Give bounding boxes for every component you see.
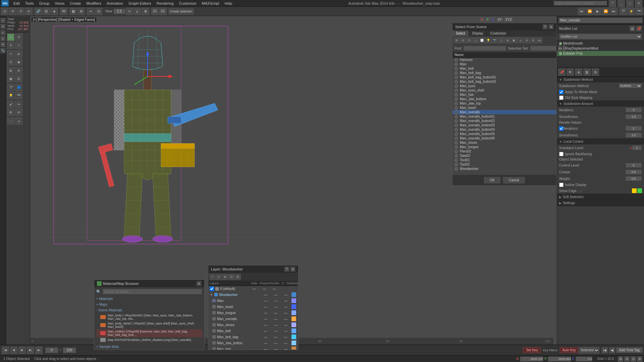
subobject-input[interactable]: [632, 145, 642, 150]
anim-extra2[interactable]: ◀|: [609, 347, 615, 353]
layer-settings-btn[interactable]: ⚙: [235, 274, 241, 280]
render-tool[interactable]: 🎬: [7, 84, 14, 91]
render-iterations-checkbox[interactable]: [559, 126, 564, 131]
light-tool[interactable]: 💡: [7, 92, 14, 99]
link-tool[interactable]: ↗: [7, 50, 14, 58]
vp-icon2[interactable]: ⊟: [624, 356, 630, 362]
configure-btn[interactable]: ⚙: [592, 68, 599, 76]
layer-hide-cell[interactable]: —: [261, 299, 271, 303]
render-scene-btn[interactable]: 🎬: [620, 8, 627, 15]
dialog-tab-select[interactable]: Select: [452, 31, 469, 36]
layer-add-sel-btn[interactable]: ⊕: [222, 274, 228, 280]
pin-btn[interactable]: 📌: [558, 68, 566, 76]
isoline-checkbox[interactable]: [559, 183, 564, 187]
show-result-btn[interactable]: 👁: [567, 68, 574, 76]
layer-man-jaw-botton[interactable]: Man_Jaw_botton — — —: [208, 340, 298, 346]
isolate-tool[interactable]: ⊠: [7, 67, 14, 74]
mirror-tool[interactable]: ⇔: [15, 101, 22, 108]
prev-frame-btn[interactable]: ⏪: [586, 8, 593, 15]
layer-render-cell[interactable]: —: [281, 311, 291, 315]
array-tool[interactable]: ⊛: [15, 109, 22, 116]
list-item[interactable]: Man_leash: [452, 106, 556, 110]
dialog-minimize-btn[interactable]: ?: [543, 24, 547, 29]
vp-icon3[interactable]: ⊡: [631, 356, 636, 362]
select-filter[interactable]: All: [60, 8, 67, 15]
layer-man-overalls[interactable]: Man_overalls — — —: [208, 316, 298, 322]
list-item[interactable]: Man_belt: [452, 66, 556, 71]
close-icon[interactable]: ✕: [635, 0, 642, 7]
layer-render-cell[interactable]: —: [281, 329, 291, 333]
dialog-selection-set-input[interactable]: [530, 46, 557, 51]
cage-color-2[interactable]: [637, 188, 642, 193]
list-item[interactable]: Man_Jaw_bottom: [452, 97, 556, 101]
dlg-case[interactable]: Aa: [536, 37, 542, 43]
sidebar-display-icon[interactable]: 👁: [0, 42, 6, 47]
ignore-backfacing-checkbox[interactable]: [559, 152, 564, 156]
vp-icon4[interactable]: ⊛: [637, 356, 642, 362]
menu-tools[interactable]: Tools: [22, 1, 37, 5]
menu-create[interactable]: Create: [67, 1, 84, 5]
layer-freeze-cell[interactable]: —: [259, 287, 269, 291]
anim-extra1[interactable]: |◀: [602, 347, 608, 353]
dialog-tab-display[interactable]: Display: [469, 31, 487, 36]
layer-delete-btn[interactable]: ✕: [216, 274, 222, 280]
dlg-objects[interactable]: ⊛: [524, 37, 530, 43]
remove-modifier-btn[interactable]: 🗑: [583, 68, 591, 76]
layers-help-btn[interactable]: ?: [284, 267, 289, 272]
dlg-spacewarps[interactable]: ⊗: [504, 37, 511, 43]
dialog-list[interactable]: Hammer Man Man_belt Man_belt_bag Man_bel…: [452, 58, 556, 175]
sidebar-motion-icon[interactable]: ◎: [0, 36, 6, 41]
select-move-tool[interactable]: ↖: [7, 34, 14, 41]
mat-close-btn[interactable]: ✕: [197, 281, 201, 286]
menu-help[interactable]: Help: [222, 1, 235, 5]
layer-render-cell[interactable]: —: [281, 305, 291, 309]
dlg-bones[interactable]: ⊿: [517, 37, 523, 43]
layer-hide-cell[interactable]: —: [261, 329, 271, 333]
y-coord-input[interactable]: [548, 356, 571, 362]
layer-freeze-cell[interactable]: —: [271, 317, 281, 321]
menu-rendering[interactable]: Rendering: [154, 1, 176, 5]
layers-close-btn[interactable]: ✕: [290, 267, 295, 272]
mat-item-manbody[interactable]: Man_body ( VRaySkinMtl ) [Man, Man_eyes,…: [96, 313, 202, 321]
mirror-btn[interactable]: ⇔: [87, 8, 94, 15]
mat-item-maphmap[interactable]: Map #2070297814(Man_clothes_displace.png…: [96, 337, 202, 343]
dlg-cameras[interactable]: 📷: [492, 37, 498, 43]
transform-tool[interactable]: ⊹: [15, 42, 22, 49]
render-smoothness-input[interactable]: [625, 132, 642, 138]
layer-freeze-cell[interactable]: —: [271, 335, 281, 339]
list-item[interactable]: Piers02: [452, 149, 556, 154]
dlg-geo[interactable]: △: [473, 37, 479, 43]
layer-select-btn[interactable]: ⊡: [228, 274, 234, 280]
list-item[interactable]: Hammer: [452, 58, 556, 62]
menu-group[interactable]: Group: [37, 1, 52, 5]
list-item-selected[interactable]: Man_overalls: [452, 110, 556, 114]
layer-man-belt-bag[interactable]: Man_belt_bag — — —: [208, 334, 298, 340]
list-item[interactable]: Man: [452, 62, 556, 66]
help-icon[interactable]: ?: [609, 0, 616, 7]
layer-render-cell[interactable]: —: [281, 341, 291, 345]
layer-hide-cell[interactable]: —: [261, 305, 271, 309]
layer-man[interactable]: Man — — —: [208, 298, 298, 304]
snap-scale[interactable]: ⊠: [142, 8, 149, 15]
list-item[interactable]: Man_overalls_button01: [452, 114, 556, 119]
layer-freeze-cell[interactable]: —: [271, 299, 281, 303]
layer-color-cell[interactable]: [291, 292, 296, 297]
old-style-mapping-checkbox[interactable]: [559, 96, 564, 100]
axis-x-btn[interactable]: X: [480, 17, 485, 22]
layer-woodworker[interactable]: ▼ Woodworker — — —: [208, 292, 298, 298]
menu-maxscript[interactable]: MAXScript: [199, 1, 222, 5]
sidebar-hierarchy-icon[interactable]: ⊿: [0, 30, 6, 35]
crease-input[interactable]: [625, 169, 642, 175]
layer-hide-cell[interactable]: —: [261, 311, 271, 315]
list-item[interactable]: Man_Jaw_top: [452, 101, 556, 106]
list-item[interactable]: Man_eyes_shell: [452, 88, 556, 93]
add-time-tag-btn[interactable]: Add Time Tag: [616, 347, 643, 353]
dialog-find-input[interactable]: [463, 46, 506, 51]
anim-next-frame[interactable]: ▶|: [27, 347, 34, 354]
snap-3d[interactable]: 3D: [159, 8, 167, 15]
x-coord-input[interactable]: [520, 356, 543, 362]
menu-graph-editors[interactable]: Graph Editors: [126, 1, 154, 5]
iterations-input[interactable]: [625, 107, 642, 113]
subdivision-method-title[interactable]: ▼ Subdivision Method: [557, 77, 644, 82]
local-control-title[interactable]: ▼ Local Control: [557, 139, 644, 144]
